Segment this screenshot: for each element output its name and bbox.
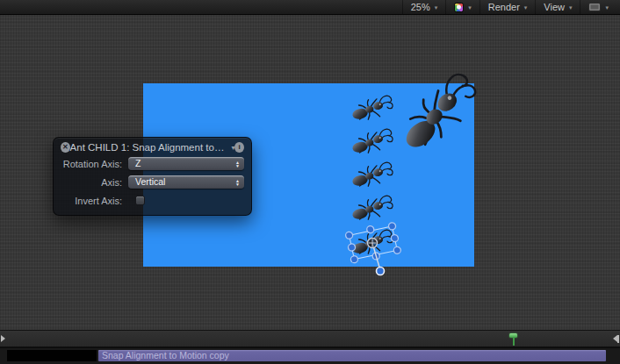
zoom-level-value: 25% [411, 2, 430, 12]
timeline-end-marker-icon[interactable] [613, 335, 619, 343]
stepper-arrows-icon: ▲▼ [235, 175, 240, 189]
playhead-stem [513, 337, 515, 346]
view-menu-label: View [544, 2, 565, 12]
close-icon[interactable]: ✕ [61, 142, 70, 153]
chevron-down-icon: ▾ [435, 4, 438, 11]
timeline-track[interactable] [0, 330, 620, 347]
timeline-start-marker-icon[interactable] [1, 335, 5, 342]
axis-value: Vertical [135, 177, 165, 187]
display-layout-control[interactable]: ▾ [580, 0, 616, 14]
behavior-bar[interactable]: Snap Alignment to Motion copy [98, 350, 606, 361]
chevron-down-icon: ▾ [468, 4, 472, 11]
invert-axis-checkbox[interactable] [135, 196, 145, 205]
display-layout-icon [588, 3, 601, 11]
axis-label: Axis: [61, 177, 128, 188]
channels-control[interactable]: ▾ [445, 0, 479, 14]
anchor-point-icon[interactable] [368, 239, 378, 248]
rotation-axis-row: Rotation Axis: Z ▲▼ [61, 157, 244, 170]
axis-popup[interactable]: Vertical ▲▼ [128, 175, 244, 189]
render-menu[interactable]: Render ▾ [479, 0, 536, 14]
rotation-axis-label: Rotation Axis: [61, 159, 128, 169]
rotation-axis-popup[interactable]: Z ▲▼ [128, 157, 244, 170]
view-menu[interactable]: View ▾ [535, 0, 580, 14]
mini-timeline: Snap Alignment to Motion copy [0, 348, 620, 364]
canvas-toolbar: 25% ▾ ▾ Render ▾ View ▾ ▾ [0, 0, 620, 15]
axis-row: Axis: Vertical ▲▼ [61, 175, 244, 189]
chevron-down-icon: ▾ [605, 4, 609, 11]
ant-small-2[interactable] [350, 128, 395, 155]
canvas-area[interactable]: ✕ Ant CHILD 1: Snap Alignment to… ▾ i Ro… [0, 15, 620, 330]
info-icon[interactable]: i [234, 142, 244, 153]
behavior-bar-label: Snap Alignment to Motion copy [102, 351, 229, 360]
color-channels-icon [454, 3, 464, 12]
timeline-playhead[interactable] [509, 333, 517, 346]
mini-timeline-left-block [7, 350, 97, 361]
invert-axis-row: Invert Axis: [61, 194, 244, 207]
selection-handles[interactable] [345, 221, 402, 275]
ant-small-3[interactable] [350, 161, 395, 189]
hud-panel[interactable]: ✕ Ant CHILD 1: Snap Alignment to… ▾ i Ro… [53, 137, 252, 216]
rotation-axis-value: Z [135, 159, 141, 168]
hud-title: Ant CHILD 1: Snap Alignment to… [70, 142, 225, 153]
zoom-level-control[interactable]: 25% ▾ [402, 0, 446, 14]
chevron-down-icon: ▾ [569, 4, 573, 11]
render-menu-label: Render [488, 2, 520, 12]
invert-axis-label: Invert Axis: [61, 196, 128, 206]
stepper-arrows-icon: ▲▼ [235, 157, 240, 170]
chevron-down-icon: ▾ [524, 4, 528, 11]
ant-small-1[interactable] [350, 95, 395, 122]
hud-header: ✕ Ant CHILD 1: Snap Alignment to… ▾ i [54, 138, 251, 157]
ant-small-4[interactable] [350, 195, 395, 222]
motion-canvas-window: 25% ▾ ▾ Render ▾ View ▾ ▾ [0, 0, 620, 364]
ant-large[interactable] [393, 71, 486, 156]
